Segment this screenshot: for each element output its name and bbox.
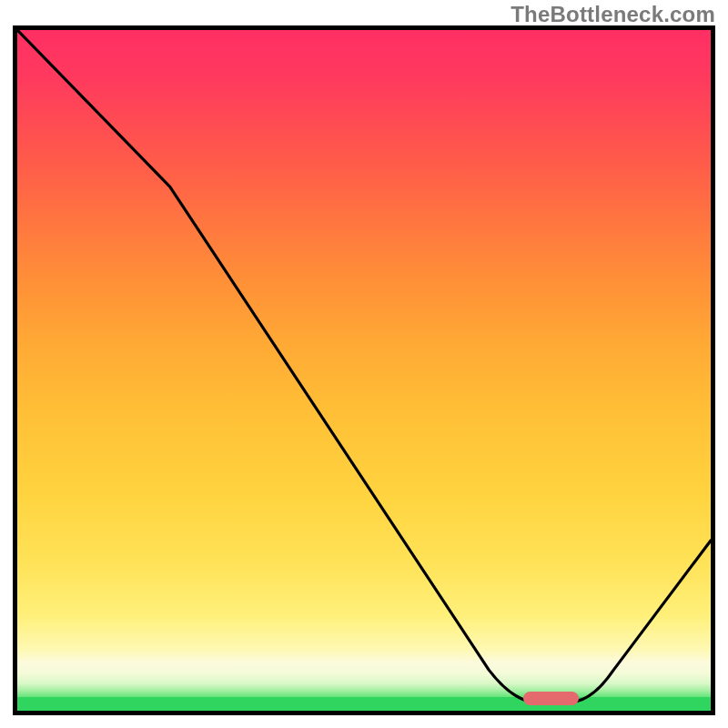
bottleneck-marker: [523, 692, 579, 705]
curve-path: [17, 30, 711, 702]
watermark-text: TheBottleneck.com: [511, 2, 715, 27]
curve-svg: [17, 30, 711, 711]
plot-area: [13, 25, 715, 715]
chart-container: TheBottleneck.com: [0, 0, 728, 728]
